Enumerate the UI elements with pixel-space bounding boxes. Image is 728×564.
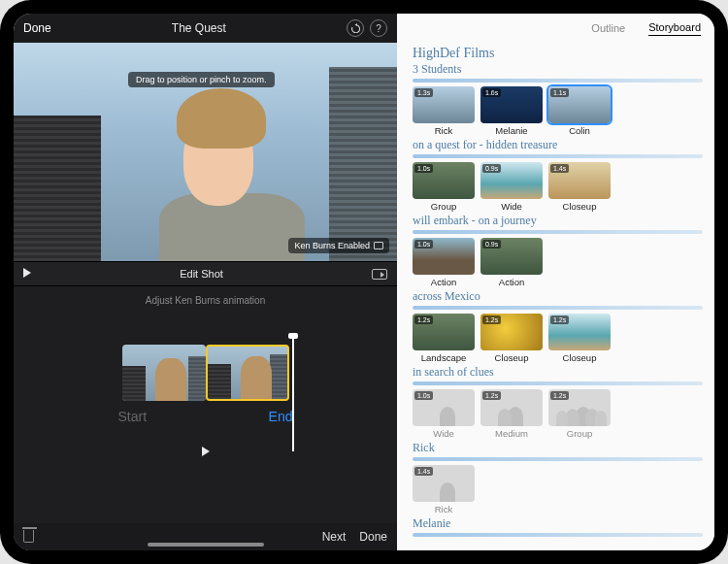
start-label[interactable]: Start (118, 409, 148, 424)
next-button[interactable]: Next (322, 530, 347, 544)
preview-decor (329, 67, 397, 261)
storyboard-pane: Outline Storyboard HighDef Films3 Studen… (397, 14, 714, 550)
clips-row: 1.4sRick (413, 465, 703, 514)
clip-thumbnail[interactable]: 1.0s (413, 162, 475, 199)
clip-thumbnail[interactable]: 1.0s (413, 389, 475, 426)
end-label[interactable]: End (269, 409, 293, 424)
section-divider (413, 382, 703, 385)
clip-label: Wide (413, 428, 475, 439)
playback-mode-icon[interactable] (372, 269, 387, 280)
clip-duration: 1.4s (550, 164, 569, 173)
clip-label: Closeup (548, 201, 611, 212)
trash-icon[interactable] (23, 530, 34, 545)
clip-label: Group (413, 201, 475, 212)
clip-duration: 1.2s (482, 391, 501, 400)
ken-burns-badge[interactable]: Ken Burns Enabled (288, 238, 389, 253)
right-tabs: Outline Storyboard (397, 14, 714, 43)
storyboard-clip[interactable]: 1.0sAction (413, 238, 475, 287)
storyboard-clip[interactable]: 1.4sCloseup (548, 162, 611, 212)
storyboard-clip[interactable]: 1.0sWide (413, 389, 475, 439)
clip-thumbnail[interactable]: 1.3s (413, 86, 475, 123)
clip-thumbnail[interactable]: 1.2s (480, 314, 543, 350)
storyboard-clip[interactable]: 1.6sMelanie (480, 86, 543, 136)
footer-done-button[interactable]: Done (359, 530, 387, 544)
storyboard-clip[interactable]: 1.3sRick (413, 86, 475, 136)
clip-thumbnail[interactable]: 0.9s (480, 238, 543, 275)
section-subtitle: Melanie (413, 516, 703, 531)
section-subtitle: 3 Students (413, 62, 703, 77)
storyboard-clip[interactable]: 1.2sCloseup (548, 314, 611, 363)
clip-duration: 1.6s (482, 88, 501, 97)
tab-storyboard[interactable]: Storyboard (648, 21, 701, 36)
storyboard-clip[interactable]: 1.2sLandscape (413, 314, 475, 363)
ken-burns-start-frame[interactable] (122, 345, 206, 401)
clip-thumbnail[interactable]: 1.1s (548, 86, 611, 123)
clip-label: Landscape (413, 352, 475, 363)
done-button[interactable]: Done (23, 21, 51, 35)
clip-duration: 1.2s (550, 315, 569, 324)
play-icon[interactable] (23, 268, 31, 280)
section-divider (413, 306, 703, 310)
clip-label: Colin (548, 125, 611, 136)
clip-label: Action (480, 277, 543, 287)
clip-thumbnail[interactable]: 1.2s (548, 314, 611, 350)
section-subtitle: on a quest for - hidden treasure (413, 138, 703, 152)
ipad-frame: Done The Quest ? Drag to position or pin… (0, 0, 728, 564)
project-title: The Quest (59, 21, 339, 35)
clip-thumbnail[interactable]: 1.0s (413, 238, 475, 275)
clip-duration: 1.4s (414, 467, 433, 476)
clip-duration: 1.3s (414, 88, 433, 97)
section-divider (413, 533, 703, 537)
storyboard-clip[interactable]: 1.0sGroup (413, 162, 475, 212)
storyboard-clip[interactable]: 1.2sMedium (480, 389, 543, 439)
section-subtitle: Rick (413, 441, 703, 455)
section-divider (413, 79, 703, 83)
storyboard-clip[interactable]: 0.9sWide (480, 162, 543, 212)
storyboard-header: HighDef Films (413, 46, 703, 61)
storyboard-clip[interactable]: 1.2sGroup (548, 389, 611, 439)
ken-burns-end-frame[interactable] (206, 345, 289, 401)
edit-shot-label: Edit Shot (31, 268, 372, 280)
section-subtitle: will embark - on a journey (413, 214, 703, 228)
preview-decor (14, 116, 101, 261)
undo-icon[interactable] (347, 19, 364, 37)
edit-shot-bar: Edit Shot (14, 261, 397, 286)
home-indicator (148, 543, 264, 547)
storyboard-clip[interactable]: 1.1sColin (548, 86, 611, 136)
storyboard-clip[interactable]: 1.4sRick (413, 465, 475, 514)
clip-thumbnail[interactable]: 1.4s (548, 162, 611, 199)
ken-burns-label: Ken Burns Enabled (294, 241, 370, 250)
ken-burns-keyframes (122, 345, 289, 401)
clips-row: 1.3sRick1.6sMelanie1.1sColin (413, 86, 703, 136)
clip-thumbnail[interactable]: 1.2s (548, 389, 611, 426)
storyboard-clip[interactable]: 1.2sCloseup (480, 314, 543, 363)
ken-burns-instruction: Adjust Ken Burns animation (146, 295, 265, 306)
section-subtitle: in search of clues (413, 365, 703, 380)
gesture-hint: Drag to position or pinch to zoom. (128, 72, 275, 87)
clip-thumbnail[interactable]: 1.2s (480, 389, 543, 426)
storyboard-clip[interactable]: 0.9sAction (480, 238, 543, 287)
ken-burns-play-icon[interactable] (202, 446, 210, 459)
clip-thumbnail[interactable]: 1.2s (413, 314, 475, 350)
clips-row: 1.2sLandscape1.2sCloseup1.2sCloseup (413, 314, 703, 363)
section-divider (413, 230, 703, 234)
playhead-marker[interactable] (292, 335, 294, 451)
clip-label: Wide (480, 201, 543, 212)
clip-label: Closeup (480, 352, 543, 363)
clip-thumbnail[interactable]: 1.6s (480, 86, 543, 123)
tab-outline[interactable]: Outline (591, 22, 625, 34)
clip-label: Medium (480, 428, 543, 439)
clip-thumbnail[interactable]: 0.9s (480, 162, 543, 199)
clip-label: Rick (413, 504, 475, 514)
help-icon[interactable]: ? (370, 19, 387, 37)
editor-pane: Done The Quest ? Drag to position or pin… (14, 14, 397, 550)
ken-burns-panel: Adjust Ken Burns animation Start End (14, 286, 397, 523)
clip-label: Melanie (480, 125, 543, 136)
clip-duration: 1.0s (414, 391, 433, 400)
clip-duration: 1.2s (550, 391, 569, 400)
clip-preview[interactable]: Drag to position or pinch to zoom. Ken B… (14, 43, 397, 261)
clip-duration: 1.1s (550, 88, 569, 97)
storyboard-scroll[interactable]: HighDef Films3 Students1.3sRick1.6sMelan… (397, 43, 714, 550)
clip-thumbnail[interactable]: 1.4s (413, 465, 475, 502)
clip-duration: 0.9s (482, 240, 501, 249)
